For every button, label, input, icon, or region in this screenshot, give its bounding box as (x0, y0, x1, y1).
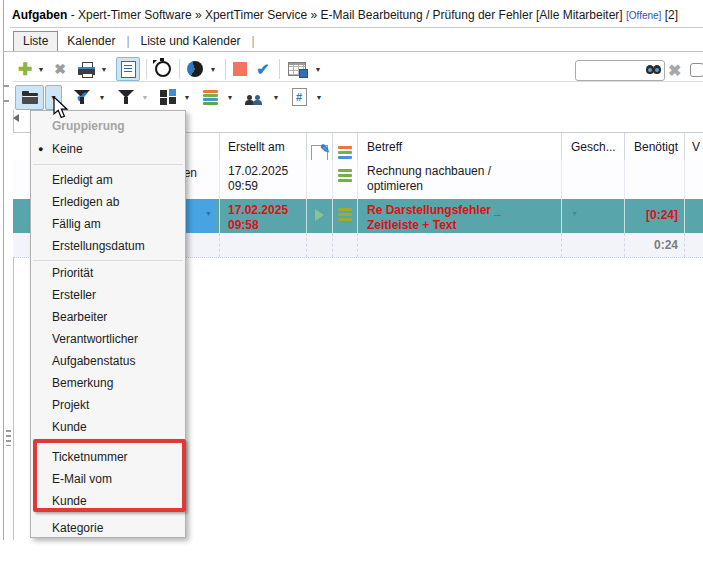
assignees-dropdown[interactable]: ▼ (270, 94, 282, 101)
cell-edit (307, 199, 333, 233)
modules-button[interactable] (159, 89, 177, 105)
tab-liste-und-kalender[interactable]: Liste und Kalender (132, 32, 250, 51)
focused-cell-dropdown[interactable] (186, 199, 215, 233)
selected-bullet-icon: ● (38, 138, 43, 160)
chevron-down-icon: ▼ (571, 199, 624, 217)
menu-item-bearbeiter[interactable]: Bearbeiter (31, 306, 185, 328)
menu-separator (33, 260, 183, 261)
cell-estimated[interactable]: ▼ (562, 199, 625, 233)
filter-confirm-button[interactable]: ✔ (71, 90, 93, 105)
title-divider (10, 27, 703, 28)
priority-button[interactable] (201, 90, 219, 105)
tab-liste[interactable]: Liste (13, 31, 58, 51)
tab-kalender[interactable]: Kalender (58, 32, 124, 51)
funnel-icon (118, 90, 134, 105)
menu-item-projekt[interactable]: Projekt (31, 394, 185, 416)
menu-item-verantwortlicher[interactable]: Verantwortlicher (31, 328, 185, 350)
add-task-dropdown[interactable]: ▼ (35, 66, 47, 73)
menu-item-prioritaet[interactable]: Priorität (31, 262, 185, 284)
header-subject[interactable]: Betreff (358, 133, 562, 161)
timer-button[interactable] (153, 61, 173, 77)
header-estimated[interactable]: Gesch... (562, 133, 625, 161)
printer-icon (78, 62, 96, 77)
tab-separator: | (252, 34, 255, 48)
cell-priority (333, 160, 358, 199)
print-dropdown[interactable]: ▼ (98, 66, 110, 73)
export-table-dropdown[interactable]: ▼ (312, 66, 324, 73)
menu-item-erledigt-am[interactable]: Erledigt am (31, 169, 185, 191)
menu-item-erledigen-ab[interactable]: Erledigen ab (31, 191, 185, 213)
delete-task-button[interactable]: ✖ (50, 61, 70, 77)
modules-dropdown[interactable]: ▼ (181, 94, 193, 101)
toolbar-separator (225, 59, 226, 79)
toolbar-separator (146, 59, 147, 79)
complete-task-button[interactable]: ✔ (253, 60, 273, 79)
people-icon (245, 90, 265, 105)
cell-edit (307, 160, 333, 199)
tabbar-divider (3, 51, 703, 52)
menu-item-keine[interactable]: ● Keine (31, 138, 185, 160)
menu-item-ersteller[interactable]: Ersteller (31, 284, 185, 306)
ticket-number-dropdown[interactable]: ▼ (313, 94, 325, 101)
splitter-tick (3, 100, 9, 102)
menu-item-label: Keine (52, 142, 83, 156)
breadcrumb-path: - Xpert-Timer Software » XpertTimer Serv… (67, 8, 626, 22)
task-count-badge: [2] (665, 8, 678, 22)
splitter-grip[interactable] (6, 430, 11, 446)
menu-item-aufgabenstatus[interactable]: Aufgabenstatus (31, 350, 185, 372)
status-filter-badge: [Offene] (626, 10, 661, 21)
assignees-button[interactable] (244, 90, 266, 105)
toolbar-row-1: ✚ ▼ ✖ ▼ ▼ ✔ ▼ (15, 56, 324, 82)
binoculars-icon (646, 65, 661, 74)
search-input[interactable] (578, 62, 648, 79)
funnel-check-icon: ✔ (74, 90, 90, 105)
filter-button[interactable] (116, 90, 136, 105)
menu-item-bemerkung[interactable]: Bemerkung (31, 372, 185, 394)
menu-item-kunde[interactable]: Kunde (31, 416, 185, 438)
colored-lines-icon (203, 90, 218, 105)
toolbar-divider (13, 81, 703, 82)
statistics-dropdown[interactable]: ▼ (207, 66, 219, 73)
list-view-toggle-button[interactable] (116, 57, 140, 81)
delete-x-icon: ✖ (54, 61, 66, 77)
clear-search-button[interactable]: ✖ (668, 61, 681, 80)
clear-x-icon: ✖ (668, 62, 681, 79)
header-v-truncated[interactable]: V (685, 133, 703, 161)
color-marker-button[interactable] (232, 62, 248, 76)
ticket-number-button[interactable]: # (290, 88, 308, 106)
colored-lines-icon (338, 146, 352, 159)
squares-icon (160, 89, 176, 105)
priority-dropdown[interactable]: ▼ (224, 94, 236, 101)
window-left-border (3, 0, 4, 540)
stopwatch-icon (155, 61, 171, 77)
filter-confirm-dropdown[interactable]: ▼ (96, 94, 108, 101)
xpert-timer-tasks-window: { "header": { "title_bold": "Aufgaben", … (0, 0, 703, 565)
export-table-button[interactable] (286, 62, 308, 76)
breadcrumb-title: Aufgaben - Xpert-Timer Software » XpertT… (12, 8, 678, 22)
page-title: Aufgaben (12, 8, 67, 22)
color-square-icon (233, 62, 247, 76)
header-created[interactable]: Erstellt am (220, 133, 307, 161)
summary-v (685, 233, 703, 257)
statistics-button[interactable] (186, 61, 204, 77)
header-edit-icon-column[interactable] (307, 133, 333, 161)
menu-item-erstellungsdatum[interactable]: Erstellungsdatum (31, 235, 185, 257)
cell-v (685, 160, 703, 199)
tab-separator: | (126, 34, 129, 48)
header-priority-icon-column[interactable] (333, 133, 358, 161)
filter-dropdown-disabled[interactable]: ▼ (139, 94, 151, 101)
cell-created: 17.02.2025 09:58 (220, 199, 307, 233)
search-box (575, 60, 665, 81)
summary-estimated (562, 233, 625, 257)
menu-item-kategorie[interactable]: Kategorie (31, 517, 185, 539)
menu-item-faellig-am[interactable]: Fällig am (31, 213, 185, 235)
annotation-highlight-box (33, 439, 186, 512)
print-button[interactable] (76, 62, 98, 77)
header-needed[interactable]: Benötigt (625, 133, 685, 161)
grouping-button[interactable] (15, 85, 44, 110)
add-task-button[interactable]: ✚ (15, 61, 35, 78)
scroll-left-icon[interactable] (13, 114, 19, 122)
cell-estimated (562, 160, 625, 199)
summary-subject (358, 233, 562, 257)
search-option-checkbox[interactable] (690, 63, 703, 77)
